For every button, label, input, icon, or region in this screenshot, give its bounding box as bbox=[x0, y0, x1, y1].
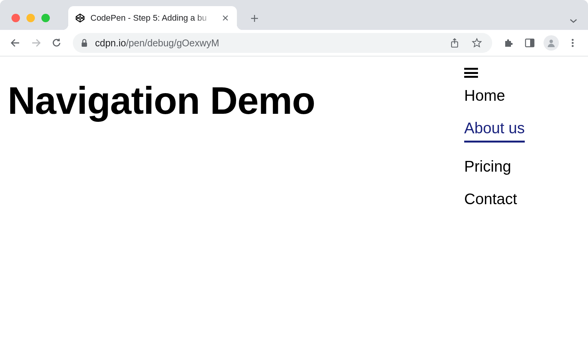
star-icon bbox=[472, 38, 482, 48]
lock-icon bbox=[80, 39, 89, 47]
chrome-menu-button[interactable] bbox=[565, 35, 580, 51]
forward-button[interactable] bbox=[28, 35, 44, 51]
puzzle-icon bbox=[503, 38, 513, 48]
arrow-right-icon bbox=[31, 38, 41, 48]
toolbar-right bbox=[501, 35, 580, 51]
new-tab-button[interactable] bbox=[245, 9, 264, 28]
tab-title: CodePen - Step 5: Adding a bu bbox=[90, 13, 213, 23]
svg-point-17 bbox=[572, 42, 574, 44]
browser-chrome: CodePen - Step 5: Adding a bu bbox=[0, 0, 588, 56]
side-panel-button[interactable] bbox=[522, 35, 537, 51]
profile-avatar[interactable] bbox=[544, 35, 559, 51]
nav-link-pricing[interactable]: Pricing bbox=[464, 158, 511, 175]
svg-rect-14 bbox=[530, 39, 534, 47]
nav-item-contact: Contact bbox=[464, 190, 525, 208]
hamburger-menu-button[interactable] bbox=[464, 68, 478, 78]
close-window-button[interactable] bbox=[11, 14, 20, 22]
back-button[interactable] bbox=[8, 35, 23, 51]
codepen-icon bbox=[75, 13, 85, 23]
page-title: Navigation Demo bbox=[8, 79, 315, 121]
nav-link-home[interactable]: Home bbox=[464, 87, 505, 104]
nav-item-home: Home bbox=[464, 87, 525, 104]
svg-marker-12 bbox=[473, 39, 481, 47]
omnibox-actions bbox=[447, 35, 485, 51]
tab-bar: CodePen - Step 5: Adding a bu bbox=[0, 0, 588, 30]
browser-tab[interactable]: CodePen - Step 5: Adding a bu bbox=[68, 6, 237, 30]
navigation: Home About us Pricing Contact bbox=[464, 68, 525, 208]
nav-link-contact[interactable]: Contact bbox=[464, 190, 517, 208]
nav-item-pricing: Pricing bbox=[464, 158, 525, 175]
nav-item-about: About us bbox=[464, 120, 525, 143]
svg-point-16 bbox=[572, 39, 574, 41]
svg-point-15 bbox=[550, 40, 553, 43]
page-content: Navigation Demo Home About us Pricing Co… bbox=[0, 56, 588, 364]
window-controls bbox=[11, 14, 50, 22]
url-text: cdpn.io/pen/debug/gOexwyM bbox=[95, 38, 441, 49]
url-path: /pen/debug/gOexwyM bbox=[126, 38, 219, 49]
hamburger-bar-icon bbox=[464, 76, 478, 78]
chevron-down-icon bbox=[569, 18, 578, 23]
close-icon bbox=[222, 15, 229, 21]
url-host: cdpn.io bbox=[95, 38, 126, 49]
address-bar[interactable]: cdpn.io/pen/debug/gOexwyM bbox=[73, 33, 492, 53]
hamburger-bar-icon bbox=[464, 72, 478, 74]
tabs-dropdown-button[interactable] bbox=[567, 14, 580, 28]
share-button[interactable] bbox=[447, 35, 462, 51]
browser-toolbar: cdpn.io/pen/debug/gOexwyM bbox=[0, 30, 588, 56]
plus-icon bbox=[250, 14, 259, 23]
svg-rect-9 bbox=[82, 43, 87, 47]
kebab-icon bbox=[571, 38, 574, 48]
minimize-window-button[interactable] bbox=[26, 14, 35, 22]
extensions-button[interactable] bbox=[501, 35, 516, 51]
tab-close-button[interactable] bbox=[221, 13, 230, 23]
bookmark-button[interactable] bbox=[469, 35, 485, 51]
maximize-window-button[interactable] bbox=[41, 14, 50, 22]
person-icon bbox=[546, 38, 556, 48]
reload-icon bbox=[52, 38, 62, 48]
svg-point-18 bbox=[572, 45, 574, 47]
reload-button[interactable] bbox=[49, 35, 64, 51]
nav-link-about[interactable]: About us bbox=[464, 120, 525, 143]
hamburger-bar-icon bbox=[464, 68, 478, 70]
share-icon bbox=[450, 38, 459, 48]
panel-icon bbox=[525, 38, 535, 48]
arrow-left-icon bbox=[10, 38, 21, 48]
nav-list: Home About us Pricing Contact bbox=[464, 87, 525, 208]
